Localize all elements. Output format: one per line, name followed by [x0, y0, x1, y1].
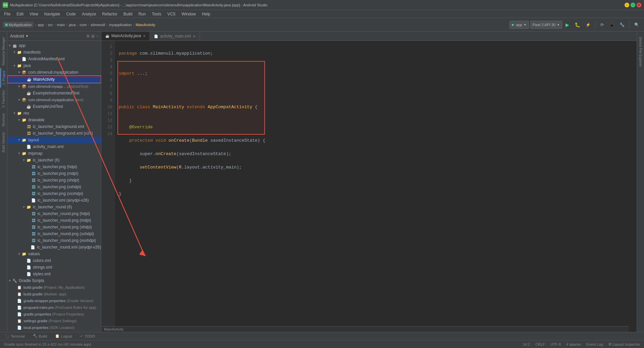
project-tab[interactable]: 1: Project: [0, 68, 7, 87]
tree-ic-launcher-xxhdpi[interactable]: 🖼 ic_launcher.png (xxhdpi): [7, 184, 101, 190]
java-nav[interactable]: java: [69, 23, 75, 27]
tree-activity-main[interactable]: ▶ 📄 activity_main.xml: [7, 143, 101, 150]
mainactivity-nav[interactable]: MainActivity: [136, 23, 155, 27]
tree-styles[interactable]: 📄 styles.xml: [7, 271, 101, 277]
tree-androidmanifest[interactable]: ▶ 📄 AndroidManifest.xml: [7, 56, 101, 62]
minimize-button[interactable]: −: [625, 3, 629, 7]
menu-run[interactable]: Run: [136, 11, 149, 17]
build-variants-tab[interactable]: Build Variants: [1, 129, 6, 155]
tree-proguard[interactable]: 📄 proguard-rules.pro (ProGuard Rules for…: [7, 304, 101, 311]
favorites-tab[interactable]: 2: Favorites: [1, 87, 6, 110]
tree-pkg3[interactable]: ▼ 📦 com.slimenull.myapplication (test): [7, 96, 101, 103]
menu-help[interactable]: Help: [199, 11, 213, 17]
crlf-indicator[interactable]: CRLF: [535, 342, 545, 346]
tree-mipmap[interactable]: ▼ 📁 mipmap: [7, 150, 101, 157]
tree-ic-round-mdpi[interactable]: 🖼 ic_launcher_round.png (mdpi): [7, 217, 101, 224]
indent-indicator[interactable]: 4 spaces: [566, 342, 581, 346]
menu-tools[interactable]: Tools: [149, 11, 164, 17]
tree-ic-launcher-xml[interactable]: 📄 ic_launcher.xml (anydpi-v26): [7, 197, 101, 204]
sdk-button[interactable]: 🔧: [618, 20, 627, 29]
tree-local-props[interactable]: 📄 local.properties (SDK Location): [7, 324, 101, 331]
tree-ic-round-xml[interactable]: 📄 ic_launcher_round.xml (anydpi-v26): [7, 244, 101, 251]
menu-view[interactable]: View: [27, 11, 41, 17]
tab-activity-main-close[interactable]: ✕: [193, 34, 196, 38]
project-nav[interactable]: ▣ MyApplication: [3, 22, 34, 27]
tree-example-instrumented[interactable]: ▶ ☕ ExampleInstrumentedTest: [7, 90, 101, 96]
device-dropdown[interactable]: Pixel 2 API 30 ▼: [530, 21, 562, 29]
search-everywhere-button[interactable]: 🔍: [632, 20, 641, 29]
src-nav[interactable]: src: [48, 23, 53, 27]
tree-settings-gradle[interactable]: 📋 settings.gradle (Project Settings): [7, 318, 101, 324]
menu-build[interactable]: Build: [121, 11, 135, 17]
menu-vcs[interactable]: VCS: [165, 11, 178, 17]
tree-gradle-wrapper[interactable]: 📄 gradle-wrapper.properties (Gradle Vers…: [7, 297, 101, 304]
menu-file[interactable]: File: [1, 11, 13, 17]
avd-button[interactable]: 📱: [607, 20, 616, 29]
tree-ic-launcher-mdpi[interactable]: 🖼 ic_launcher.png (mdpi): [7, 170, 101, 177]
com-nav[interactable]: com: [80, 23, 87, 27]
encoding-indicator[interactable]: UTF-8: [550, 342, 561, 346]
tree-ic-launcher-xxxhdpi[interactable]: 🖼 ic_launcher.png (xxxhdpi): [7, 190, 101, 197]
close-button[interactable]: ✕: [637, 3, 641, 7]
tree-ic-launcher-fg[interactable]: ▶ 🖼 ic_launcher_foreground.xml (v24): [7, 130, 101, 137]
todo-btn[interactable]: ✓ TODO: [78, 333, 97, 339]
run-config-dropdown[interactable]: ▶ app ▼: [509, 21, 529, 29]
menu-refactor[interactable]: Refactor: [100, 11, 120, 17]
tree-ic-launcher-xhdpi[interactable]: 🖼 ic_launcher.png (xhdpi): [7, 177, 101, 184]
myapp-nav[interactable]: myapplication: [109, 23, 131, 27]
device-file-explorer-tab[interactable]: Device File Explorer: [638, 34, 643, 69]
tree-java[interactable]: ▼ 📁 java: [7, 62, 101, 69]
menu-code[interactable]: Code: [63, 11, 78, 17]
tree-res[interactable]: ▼ 📁 res: [7, 110, 101, 117]
tree-mainactivity[interactable]: ▶ ☕ MainActivity: [7, 76, 101, 83]
terminal-btn[interactable]: ⬛ Terminal: [3, 333, 27, 339]
tab-activity-main[interactable]: 📄 activity_main.xml ✕: [150, 32, 200, 41]
structure-tab[interactable]: Structure: [1, 111, 6, 130]
tree-gradle-scripts[interactable]: ▼ 🔧 Gradle Scripts: [7, 277, 101, 284]
tree-ic-round-xxxhdpi[interactable]: 🖼 ic_launcher_round.png (xxxhdpi): [7, 237, 101, 244]
panel-collapse-btn[interactable]: −: [96, 34, 98, 39]
profile-button[interactable]: ⚡: [584, 20, 593, 29]
tree-app[interactable]: ▼ 🤖 app: [7, 42, 101, 49]
tree-ic-round-xxhdpi[interactable]: 🖼 ic_launcher_round.png (xxhdpi): [7, 230, 101, 237]
build-btn[interactable]: 🔨 Build: [31, 333, 49, 339]
menu-analyze[interactable]: Analyze: [79, 11, 99, 17]
tree-ic-launcher-bg[interactable]: ▶ 🖼 ic_launcher_background.xml: [7, 123, 101, 130]
tab-mainactivity-close[interactable]: ✕: [143, 34, 146, 38]
tree-build-gradle-proj[interactable]: 📋 build.gradle (Project: My_Application): [7, 284, 101, 291]
tree-colors[interactable]: 📄 colors.xml: [7, 257, 101, 264]
resource-manager-tab[interactable]: Resource Manager: [1, 34, 6, 68]
tree-layout[interactable]: ▼ 📁 layout: [7, 137, 101, 143]
code-editor[interactable]: 1 2 3 4 5 6 7 8 9 10 11 12 13 14 pack: [101, 41, 637, 332]
layout-inspector-btn[interactable]: ⊞ Layout Inspector: [608, 342, 640, 346]
tree-ic-round-hdpi[interactable]: 🖼 ic_launcher_round.png (hdpi): [7, 210, 101, 217]
debug-button[interactable]: 🐛: [573, 20, 582, 29]
app-nav[interactable]: app: [38, 23, 44, 27]
tree-ic-launcher-hdpi[interactable]: 🖼 ic_launcher.png (hdpi): [7, 163, 101, 170]
tree-example-unit[interactable]: ▶ ☕ ExampleUnitTest: [7, 103, 101, 110]
run-button[interactable]: ▶: [564, 20, 571, 29]
tree-manifests[interactable]: ▼ 📁 manifests: [7, 49, 101, 56]
tree-ic-launcher-round-group[interactable]: ▼ 📁 ic_launcher_round (6): [7, 204, 101, 210]
tree-ic-round-xhdpi[interactable]: 🖼 ic_launcher_round.png (xhdpi): [7, 224, 101, 230]
menu-navigate[interactable]: Navigate: [42, 11, 63, 17]
code-content[interactable]: package com.slimenull.myapplication; imp…: [115, 41, 637, 332]
sync-button[interactable]: ⟳: [598, 20, 606, 29]
tree-values[interactable]: ▼ 📁 values: [7, 251, 101, 257]
slimenull-nav[interactable]: slimenull: [91, 23, 105, 27]
dropdown-icon[interactable]: ▼: [25, 34, 29, 38]
tree-build-gradle-app[interactable]: 📋 build.gradle (Module: app): [7, 291, 101, 297]
logcat-btn[interactable]: 📋 Logcat: [53, 333, 74, 339]
tree-pkg2[interactable]: ▼ 📦 com.slimenull.myapp... (androidTest): [7, 83, 101, 90]
cursor-pos[interactable]: 14:2: [523, 342, 530, 346]
tree-drawable[interactable]: ▼ 📁 drawable: [7, 117, 101, 123]
maximize-button[interactable]: □: [631, 3, 635, 7]
tab-mainactivity[interactable]: ☕ MainActivity.java ✕: [101, 32, 150, 41]
tree-strings[interactable]: 📄 strings.xml: [7, 264, 101, 271]
main-nav[interactable]: main: [57, 23, 65, 27]
panel-layout-btn[interactable]: ⊞: [91, 34, 95, 39]
event-log-btn[interactable]: Event Log: [586, 342, 603, 346]
menu-edit[interactable]: Edit: [14, 11, 26, 17]
panel-gear-btn[interactable]: ⚙: [86, 34, 90, 39]
tree-gradle-props[interactable]: 📄 gradle.properties (Project Properties): [7, 311, 101, 318]
